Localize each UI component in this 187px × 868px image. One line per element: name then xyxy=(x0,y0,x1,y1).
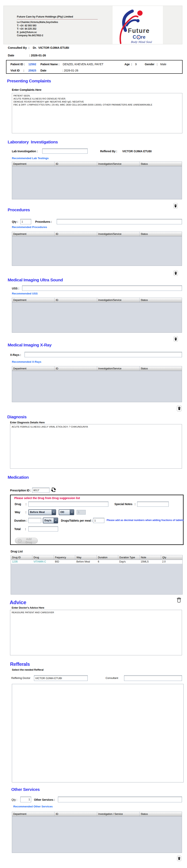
cell-drug-id: 1235 xyxy=(11,560,32,564)
age-label: Age : xyxy=(124,63,132,66)
refresh-prescription-button[interactable] xyxy=(51,487,56,493)
recommended-uss-label: Recommended USS xyxy=(12,292,38,295)
col-drug: Drug xyxy=(32,555,54,560)
patient-info-box: Patient ID : 12592 Patient Name : DENZEL… xyxy=(6,60,183,74)
referrals-subtitle: Select the needed Refferal xyxy=(12,668,43,671)
table-header-row: Department ID Investigation/Service Stat… xyxy=(12,232,182,237)
delete-uss-button[interactable] xyxy=(174,336,178,342)
special-notes-input[interactable] xyxy=(137,501,169,507)
company-address: Le Chainter,Victoria,Mahe,Seychelles xyxy=(17,21,58,24)
other-services-table[interactable]: Department ID Investigation / Service St… xyxy=(12,812,182,853)
add-drug-button[interactable]: + Add Drug xyxy=(15,538,38,544)
consultant-input[interactable] xyxy=(124,675,182,681)
trash-icon xyxy=(174,204,177,208)
drug-list-table[interactable]: Drug ID Drug Fequency Way Duration Durat… xyxy=(11,555,183,594)
table-header-row: Department ID Investigation/Service Stat… xyxy=(12,298,182,303)
table-header-row: Department ID Investigation/Service Stat… xyxy=(12,366,182,371)
prescription-id-input[interactable] xyxy=(32,488,49,493)
lab-results-table[interactable]: Department ID Investigation/Service Stat… xyxy=(12,161,182,199)
col-frequency: Fequency xyxy=(54,555,75,560)
delete-procedures-button[interactable] xyxy=(174,270,178,276)
col-status: Status xyxy=(140,162,182,166)
cell-drug: VITAMIN C xyxy=(32,560,54,564)
per-meal-input[interactable] xyxy=(93,518,104,523)
xray-table[interactable]: Department ID Investigation/Service Stat… xyxy=(12,366,182,402)
uss-table[interactable]: Department ID Investigation/Service Stat… xyxy=(12,298,182,333)
logo-tagline: Body Mind Soul xyxy=(131,40,152,43)
procedures-qty-input[interactable] xyxy=(20,219,31,224)
drug-label: Drug : xyxy=(15,502,26,506)
total-input[interactable] xyxy=(28,526,58,531)
col-department: Department xyxy=(12,812,54,816)
cell-way: Before Meal xyxy=(75,560,97,564)
table-header-row: Department ID Investigation/Service Stat… xyxy=(12,162,182,166)
col-status: Status xyxy=(140,232,182,237)
delete-drug-button[interactable] xyxy=(176,597,182,603)
refresh-icon xyxy=(51,487,56,493)
procedures-qty-label: Qty : xyxy=(12,220,18,223)
visit-date-value: : 2026-01-26 xyxy=(62,69,78,72)
patient-name-label: Patient Name : xyxy=(40,63,59,66)
delete-xray-button[interactable] xyxy=(177,405,182,411)
advice-textarea[interactable]: REASSURE PATIENT AND CAREGIVER xyxy=(10,610,182,655)
xray-title: Medical Imaging X-Ray xyxy=(8,343,51,347)
recommended-xrays-label: Recommended X-Rays xyxy=(12,360,41,363)
duration-input[interactable] xyxy=(28,518,41,523)
visit-date-label: Date xyxy=(40,69,46,72)
frequency-select[interactable]: OD ▼ xyxy=(59,509,74,515)
other-services-title: Other Services xyxy=(11,787,40,792)
procedures-table[interactable]: Department ID Investigation/Service Stat… xyxy=(12,231,182,266)
uss-input[interactable] xyxy=(22,285,182,291)
drug-list-label: Drug List xyxy=(11,550,23,553)
logo-blue-dot xyxy=(136,19,140,22)
referred-by-value: VICTOR OJIMA ETUBI xyxy=(122,150,152,153)
duration-type-value: Day/s xyxy=(43,518,54,523)
delete-lab-button[interactable] xyxy=(173,203,178,209)
medication-title: Medication xyxy=(8,475,29,480)
col-department: Department xyxy=(12,298,54,303)
company-phone-2: T: +24 84 225 252 xyxy=(17,27,36,30)
way-select[interactable]: Before Meal ▼ xyxy=(28,509,56,515)
logo-red-dot xyxy=(137,10,143,16)
duration-label: Duration : xyxy=(14,519,27,522)
col-investigation-service: Investigation/Service xyxy=(97,232,140,237)
referrals-title: Refferals xyxy=(10,661,30,667)
logo-care-text: C ♥ re xyxy=(133,34,146,40)
consultation-form-page: Future Care by Future Holdings (Pty) Lim… xyxy=(0,0,187,868)
frequency-select-value: OD xyxy=(59,510,70,515)
recommended-procedures-label: Recommended Procedures xyxy=(12,225,47,228)
special-notes-label: Special Notes : xyxy=(114,502,136,506)
date-value: : 2026-01-26 xyxy=(29,54,46,57)
complaints-textarea[interactable]: PATIENT SEEN. ACUTE FEBRILE ILLNESS R/O … xyxy=(12,93,182,133)
diagnosis-textarea[interactable]: ACUTE FEBRILE ILLNESS LIKELY VIRAL ETIOL… xyxy=(10,424,182,469)
lab-investigation-input[interactable] xyxy=(42,148,88,154)
col-id: ID xyxy=(54,162,97,166)
company-title: Future Care by Future Holdings (Pty) Lim… xyxy=(17,15,73,18)
col-duration: Duration xyxy=(97,555,118,560)
drug-table-row[interactable]: 1235 VITAMIN C BID Before Meal 6 Day/s 1… xyxy=(11,560,182,564)
other-qty-input[interactable] xyxy=(20,797,31,802)
gender-label: Gender : xyxy=(145,63,157,66)
logo-future-text: Future xyxy=(128,27,150,34)
referrals-list-box[interactable] xyxy=(12,684,184,782)
advice-title: Advice xyxy=(10,599,26,606)
delete-other-services-button[interactable] xyxy=(177,856,181,861)
add-drug-label: Add Drug xyxy=(23,537,35,544)
drug-input[interactable] xyxy=(28,501,108,507)
drug-suggestion-note: Please select the Drug from Drug suggess… xyxy=(14,496,80,500)
trash-icon xyxy=(178,407,181,410)
referring-doctor-input[interactable] xyxy=(34,675,88,681)
consultant-label: Consultant xyxy=(106,677,118,680)
procedures-title: Procedures xyxy=(8,208,30,212)
col-status: Status xyxy=(140,298,182,303)
company-number: Company No.8417652-2 xyxy=(17,34,43,37)
chevron-down-icon: ▼ xyxy=(52,510,56,515)
referred-by-label: Reffered By : xyxy=(100,150,117,153)
col-investigation-service: Investigation / Service xyxy=(97,812,140,816)
procedures-input[interactable] xyxy=(57,219,182,224)
xrays-input[interactable] xyxy=(25,352,182,357)
trash-icon xyxy=(177,597,181,603)
patient-id-value: 12592 xyxy=(28,63,36,66)
other-services-input[interactable] xyxy=(58,797,182,802)
duration-type-select[interactable]: Day/s ▼ xyxy=(43,518,58,523)
